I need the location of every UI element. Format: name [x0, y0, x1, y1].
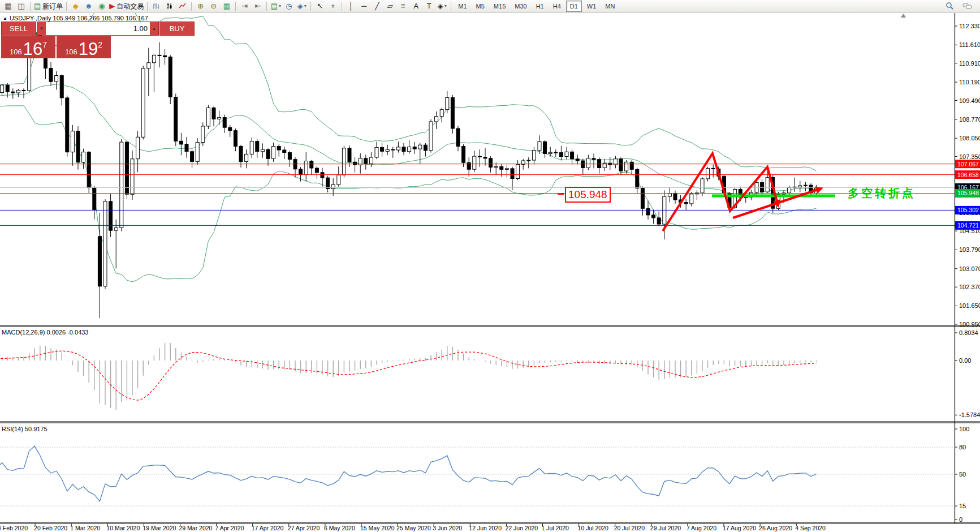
autotrade-button[interactable]: ▶自动交易 [108, 1, 145, 12]
candle [272, 147, 275, 159]
crosshair-button[interactable]: + [326, 1, 339, 12]
arrow-tools-dropdown-icon[interactable]: ▾ [444, 4, 447, 8]
auto-scroll-button[interactable]: ⇥ [238, 1, 251, 12]
candle [473, 156, 476, 169]
search-button[interactable] [943, 1, 956, 12]
vertical-line-button[interactable]: │ [344, 1, 357, 12]
sell-button[interactable]: SELL [1, 22, 36, 36]
toolbar-separator [451, 2, 451, 11]
periods-button[interactable]: ◷ [282, 1, 295, 12]
candle [646, 208, 650, 215]
candle [147, 63, 150, 68]
turning-point-annotation[interactable]: 多空转折点 [848, 186, 916, 201]
horizontal-line-button[interactable]: ─ [357, 1, 370, 12]
svg-text:17 Aug 2020: 17 Aug 2020 [723, 525, 756, 531]
bar-chart-button[interactable] [150, 1, 163, 12]
timeframe-h4-button[interactable]: H4 [549, 1, 565, 12]
line-chart-button[interactable] [176, 1, 189, 12]
text-label-button[interactable]: T [422, 1, 435, 12]
toolbar-separator [191, 2, 192, 11]
candle [331, 185, 335, 188]
arrow-tools-button[interactable]: ◈▾ [435, 1, 448, 12]
chart-canvas[interactable]: 112.330111.610110.910110.190109.490108.7… [0, 0, 980, 532]
candle [549, 152, 552, 153]
chart-shift-button[interactable]: ⇤ [251, 1, 264, 12]
timeframe-m30-button[interactable]: M30 [511, 1, 530, 12]
candle [559, 153, 563, 157]
volume-input[interactable] [46, 22, 150, 35]
candle [136, 137, 140, 158]
price-annotation-box[interactable]: 105.948 [565, 187, 611, 203]
timeframe-m1-button[interactable]: M1 [454, 1, 470, 12]
cursor-button[interactable]: ↖ [313, 1, 326, 12]
new-order-button[interactable]: ▤新订单 [33, 1, 64, 12]
timeframe-h1-button[interactable]: H1 [532, 1, 548, 12]
candle [467, 162, 470, 169]
candle [348, 148, 351, 162]
text-button[interactable]: A [409, 1, 422, 12]
toolbar-separator [342, 2, 342, 11]
svg-text:-1.5784: -1.5784 [959, 411, 980, 418]
zoom-out-icon: ⊖ [210, 2, 217, 10]
candle [304, 161, 308, 175]
profile-button[interactable]: ☻ [82, 1, 95, 12]
highlighter-button[interactable]: ◆ [69, 1, 82, 12]
templates-button[interactable]: ◈▾ [295, 1, 308, 12]
signal-button[interactable]: ◉ [95, 1, 108, 12]
rsi-pane-layer [0, 446, 955, 506]
fibonacci-button[interactable]: ≡ [396, 1, 409, 12]
chat-button[interactable] [961, 1, 974, 12]
candle [690, 194, 693, 204]
volume-increase-button[interactable]: ▲ [150, 22, 158, 35]
candle [28, 54, 31, 91]
candle [451, 97, 454, 128]
candle-chart-icon [166, 2, 173, 10]
volume-decrease-button[interactable]: ▼ [37, 22, 46, 35]
candle [158, 55, 161, 55]
tick-chart-button[interactable]: ◫ [15, 1, 28, 12]
charts-list-button[interactable]: ▦ [2, 1, 15, 12]
toolbar-separator [235, 2, 236, 11]
svg-text:0: 0 [959, 516, 962, 523]
candle [60, 76, 63, 98]
candle-chart-button[interactable] [163, 1, 176, 12]
timeframe-m5-button[interactable]: M5 [472, 1, 489, 12]
sell-price-button[interactable]: 106 16 7 [1, 36, 55, 58]
candle [543, 141, 547, 153]
candle [652, 215, 655, 218]
trendline-button[interactable]: ╱ [370, 1, 383, 12]
indicators-button[interactable]: ▤▾ [269, 1, 282, 12]
templates-dropdown-icon[interactable]: ▾ [304, 4, 306, 8]
buy-price-button[interactable]: 106 19 2 [57, 36, 111, 58]
timeframe-w1-button[interactable]: W1 [583, 1, 601, 12]
svg-text:10 Jul 2020: 10 Jul 2020 [578, 525, 608, 531]
svg-text:12 Jun 2020: 12 Jun 2020 [469, 525, 502, 531]
svg-text:105.302: 105.302 [957, 207, 979, 213]
buy-button[interactable]: BUY [159, 22, 195, 36]
zoom-out-button[interactable]: ⊖ [207, 1, 220, 12]
svg-text:4 Sep 2020: 4 Sep 2020 [795, 525, 826, 531]
candle [55, 76, 58, 82]
candle [505, 169, 508, 169]
zoom-in-button[interactable]: ⊕ [194, 1, 207, 12]
profile-icon: ☻ [85, 2, 93, 10]
tile-windows-button[interactable]: ▦ [220, 1, 233, 12]
timeframe-d1-button[interactable]: D1 [566, 1, 582, 12]
candle [571, 152, 574, 159]
candle [684, 203, 688, 204]
candle [120, 142, 123, 228]
candle [446, 97, 449, 109]
candle [98, 237, 101, 286]
auto-scroll-icon: ⇥ [241, 2, 248, 10]
timeframe-mn-button[interactable]: MN [601, 1, 619, 12]
one-click-trading-panel: SELL ▼ ▲ BUY 106 16 7 106 19 2 [1, 22, 111, 58]
svg-text:104.721: 104.721 [957, 222, 979, 229]
timeframe-m15-button[interactable]: M15 [490, 1, 510, 12]
candle [483, 157, 487, 158]
axes-layer[interactable]: 112.330111.610110.910110.190109.490108.7… [0, 13, 980, 531]
candle [798, 186, 802, 187]
channel-button[interactable]: ▱ [383, 1, 396, 12]
indicators-dropdown-icon[interactable]: ▾ [279, 4, 281, 8]
candle [109, 201, 113, 230]
svg-text:4 Feb 2020: 4 Feb 2020 [0, 525, 28, 531]
